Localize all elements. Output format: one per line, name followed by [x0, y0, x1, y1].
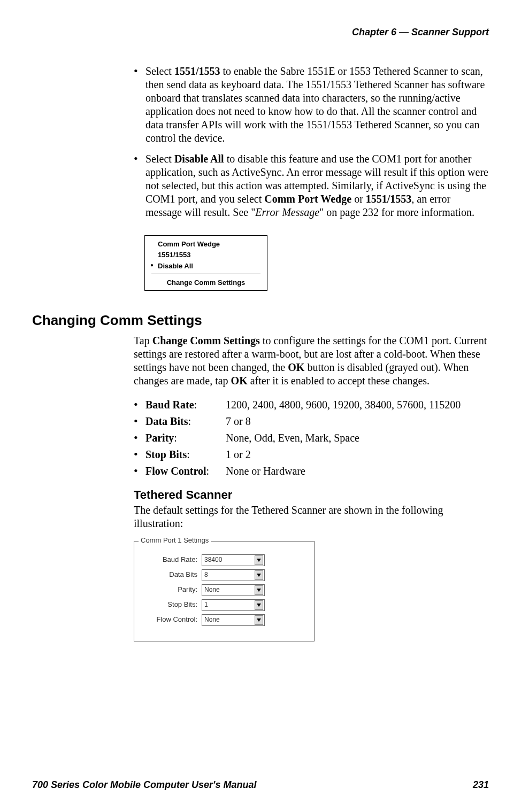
flow-control-dropdown[interactable]: None: [202, 614, 265, 626]
context-menu-figure: Comm Port Wedge 1551/1553 Disable All Ch…: [144, 235, 267, 291]
menu-item-disable-all[interactable]: Disable All: [147, 261, 265, 272]
strong: 1551/1553: [174, 65, 220, 77]
text: after it is enabled to accept these chan…: [248, 375, 430, 386]
chevron-down-icon: [255, 570, 263, 580]
stop-bits-dropdown[interactable]: 1: [202, 599, 265, 611]
data-bits-dropdown[interactable]: 8: [202, 569, 265, 581]
label: Stop Bits: [145, 448, 187, 460]
chevron-down-icon: [255, 600, 263, 610]
menu-item-change-comm-settings[interactable]: Change Comm Settings: [147, 276, 265, 287]
text: Select: [145, 65, 174, 77]
svg-marker-0: [257, 559, 261, 562]
bullet-1551-1553: Select 1551/1553 to enable the Sabre 155…: [134, 65, 489, 145]
setting-stop-bits: Stop Bits: 1 or 2: [134, 448, 489, 461]
strong: OK: [231, 375, 248, 386]
text: Tap: [134, 335, 152, 346]
comm-port-settings-dialog: Comm Port 1 Settings Baud Rate: 38400 Da…: [134, 541, 315, 641]
label: Flow Control:: [139, 615, 202, 624]
label: Data Bits: [145, 415, 188, 427]
chevron-down-icon: [255, 585, 263, 595]
text: " on page 232 for more information.: [319, 206, 474, 218]
chapter-label: Chapter: [352, 27, 388, 37]
label: Baud Rate: [145, 399, 194, 411]
dropdown-value: None: [204, 586, 220, 594]
label: Data Bits: [139, 570, 202, 579]
value: 7 or 8: [226, 415, 489, 428]
dropdown-value: 1: [204, 601, 208, 609]
section-paragraph: Tap Change Comm Settings to configure th…: [134, 334, 489, 388]
menu-item-1551-1553[interactable]: 1551/1553: [147, 250, 265, 260]
svg-marker-2: [257, 589, 261, 592]
label: Stop Bits:: [139, 600, 202, 609]
svg-marker-1: [257, 574, 261, 577]
svg-marker-4: [257, 618, 261, 622]
footer-manual-title: 700 Series Color Mobile Computer User's …: [32, 779, 256, 791]
menu-divider: [151, 274, 260, 274]
dialog-legend: Comm Port 1 Settings: [139, 536, 211, 545]
svg-marker-3: [257, 604, 261, 607]
value: None, Odd, Even, Mark, Space: [226, 431, 489, 445]
label: Parity:: [139, 585, 202, 594]
label: Baud Rate:: [139, 555, 202, 564]
heading-tethered-scanner: Tethered Scanner: [134, 488, 489, 502]
emphasis: Error Message: [255, 206, 319, 218]
setting-data-bits: Data Bits: 7 or 8: [134, 415, 489, 428]
menu-item-comm-port-wedge[interactable]: Comm Port Wedge: [147, 239, 265, 250]
parity-dropdown[interactable]: None: [202, 584, 265, 596]
row-baud-rate: Baud Rate: 38400: [139, 554, 310, 566]
text: to enable the Sabre 1551E or 1553 Tether…: [145, 65, 485, 144]
intro-bullets: Select 1551/1553 to enable the Sabre 155…: [134, 65, 489, 219]
label: Parity: [145, 432, 174, 444]
row-flow-control: Flow Control: None: [139, 614, 310, 626]
value: 1 or 2: [226, 448, 489, 461]
text: or: [351, 193, 366, 205]
text: Select: [145, 153, 174, 165]
chevron-down-icon: [255, 615, 263, 625]
header-sep: —: [399, 27, 409, 37]
page-header: Chapter 6 — Scanner Support: [32, 27, 489, 38]
setting-parity: Parity: None, Odd, Even, Mark, Space: [134, 431, 489, 445]
footer-page-number: 231: [473, 779, 489, 791]
page-footer: 700 Series Color Mobile Computer User's …: [32, 779, 489, 791]
page: Chapter 6 — Scanner Support Select 1551/…: [0, 0, 521, 812]
header-title: Scanner Support: [411, 27, 489, 37]
value: 1200, 2400, 4800, 9600, 19200, 38400, 57…: [226, 398, 489, 412]
heading-changing-comm-settings: Changing Comm Settings: [32, 312, 489, 329]
body-content: Select 1551/1553 to enable the Sabre 155…: [134, 65, 489, 291]
strong: Comm Port Wedge: [264, 193, 351, 205]
strong: Disable All: [174, 153, 224, 165]
chapter-num: 6: [391, 27, 396, 37]
settings-list: Baud Rate: 1200, 2400, 4800, 9600, 19200…: [134, 398, 489, 478]
setting-baud-rate: Baud Rate: 1200, 2400, 4800, 9600, 19200…: [134, 398, 489, 412]
dropdown-value: None: [204, 616, 220, 624]
baud-rate-dropdown[interactable]: 38400: [202, 554, 265, 566]
subsection-paragraph: The default settings for the Tethered Sc…: [134, 504, 489, 530]
value: None or Hardware: [226, 465, 489, 478]
label: Flow Control: [145, 465, 206, 477]
row-stop-bits: Stop Bits: 1: [139, 599, 310, 611]
chevron-down-icon: [255, 555, 263, 565]
dropdown-value: 8: [204, 571, 208, 579]
section-content: Tap Change Comm Settings to configure th…: [134, 334, 489, 641]
setting-flow-control: Flow Control: None or Hardware: [134, 465, 489, 478]
strong: Change Comm Settings: [152, 335, 260, 346]
row-parity: Parity: None: [139, 584, 310, 596]
strong: 1551/1553: [366, 193, 412, 205]
dropdown-value: 38400: [204, 556, 222, 564]
row-data-bits: Data Bits 8: [139, 569, 310, 581]
bullet-disable-all: Select Disable All to disable this featu…: [134, 152, 489, 219]
strong: OK: [288, 361, 304, 373]
